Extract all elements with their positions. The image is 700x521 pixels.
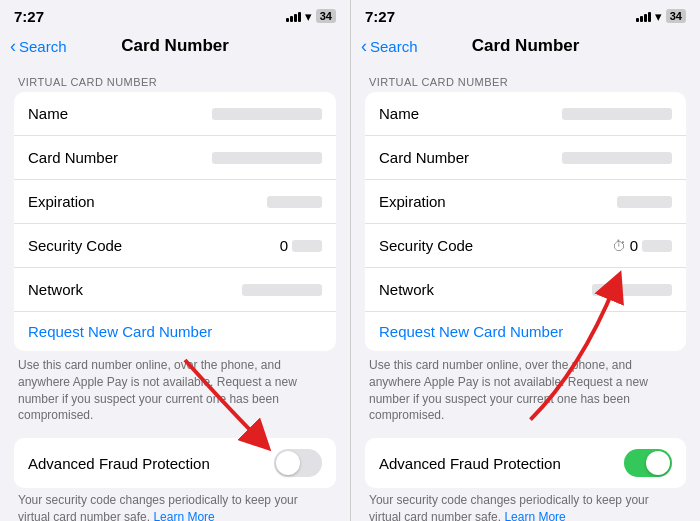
wifi-icon-right: ▾ bbox=[655, 9, 662, 24]
network-value-right bbox=[592, 284, 672, 296]
security-value-left: 0 bbox=[280, 237, 322, 254]
security-num-right: 0 bbox=[630, 237, 638, 254]
name-value-left bbox=[212, 108, 322, 120]
section-label-right: VIRTUAL CARD NUMBER bbox=[369, 76, 682, 88]
afp-desc-left: Your security code changes periodically … bbox=[14, 488, 336, 521]
network-value-left bbox=[242, 284, 322, 296]
security-value-right: ⏱ 0 bbox=[612, 237, 672, 254]
right-panel: 7:27 ▾ 34 ‹ Search Card Number VIRTUAL C… bbox=[350, 0, 700, 521]
request-link-right[interactable]: Request New Card Number bbox=[365, 312, 686, 351]
name-row-right: Name bbox=[365, 92, 686, 136]
expiration-label-right: Expiration bbox=[379, 193, 446, 210]
description-right: Use this card number online, over the ph… bbox=[365, 351, 686, 428]
learn-more-link-left[interactable]: Learn More bbox=[153, 510, 214, 521]
time-left: 7:27 bbox=[14, 8, 44, 25]
card-number-value-left bbox=[212, 152, 322, 164]
description-left: Use this card number online, over the ph… bbox=[14, 351, 336, 428]
battery-icon: 34 bbox=[316, 9, 336, 23]
network-label-left: Network bbox=[28, 281, 83, 298]
nav-bar-right: ‹ Search Card Number bbox=[351, 28, 700, 66]
back-chevron-icon: ‹ bbox=[10, 36, 16, 57]
content-left: VIRTUAL CARD NUMBER Name Card Number Exp… bbox=[0, 66, 350, 521]
status-icons-right: ▾ 34 bbox=[636, 9, 686, 24]
card-section-right: Name Card Number Expiration Security Cod… bbox=[365, 92, 686, 351]
card-section-left: Name Card Number Expiration Security Cod… bbox=[14, 92, 336, 351]
security-code-row-left: Security Code 0 bbox=[14, 224, 336, 268]
timer-icon-right: ⏱ bbox=[612, 238, 626, 254]
wifi-icon: ▾ bbox=[305, 9, 312, 24]
request-link-left[interactable]: Request New Card Number bbox=[14, 312, 336, 351]
card-number-value-right bbox=[562, 152, 672, 164]
security-code-label-left: Security Code bbox=[28, 237, 122, 254]
afp-section-right: Advanced Fraud Protection bbox=[365, 438, 686, 488]
signal-icon bbox=[286, 10, 301, 22]
back-label-right: Search bbox=[370, 38, 418, 55]
card-number-label-right: Card Number bbox=[379, 149, 469, 166]
expiration-value-left bbox=[267, 196, 322, 208]
status-bar-right: 7:27 ▾ 34 bbox=[351, 0, 700, 28]
network-row-left: Network bbox=[14, 268, 336, 312]
left-panel: 7:27 ▾ 34 ‹ Search Card Number VIRTUAL C… bbox=[0, 0, 350, 521]
expiration-row-right: Expiration bbox=[365, 180, 686, 224]
toggle-thumb-left bbox=[276, 451, 300, 475]
name-label-right: Name bbox=[379, 105, 419, 122]
expiration-label-left: Expiration bbox=[28, 193, 95, 210]
card-number-row-right: Card Number bbox=[365, 136, 686, 180]
name-row-left: Name bbox=[14, 92, 336, 136]
back-chevron-icon-right: ‹ bbox=[361, 36, 367, 57]
afp-row-left: Advanced Fraud Protection bbox=[14, 438, 336, 488]
security-code-label-right: Security Code bbox=[379, 237, 473, 254]
content-right: VIRTUAL CARD NUMBER Name Card Number Exp… bbox=[351, 66, 700, 521]
page-title-left: Card Number bbox=[121, 36, 229, 56]
toggle-thumb-right bbox=[646, 451, 670, 475]
afp-row-right: Advanced Fraud Protection bbox=[365, 438, 686, 488]
page-title-right: Card Number bbox=[472, 36, 580, 56]
security-num-left: 0 bbox=[280, 237, 288, 254]
time-right: 7:27 bbox=[365, 8, 395, 25]
security-code-row-right: Security Code ⏱ 0 bbox=[365, 224, 686, 268]
security-blurred-left bbox=[292, 240, 322, 252]
back-button-right[interactable]: ‹ Search bbox=[361, 36, 418, 57]
nav-bar-left: ‹ Search Card Number bbox=[0, 28, 350, 66]
status-icons-left: ▾ 34 bbox=[286, 9, 336, 24]
name-label-left: Name bbox=[28, 105, 68, 122]
expiration-value-right bbox=[617, 196, 672, 208]
afp-label-left: Advanced Fraud Protection bbox=[28, 455, 210, 472]
learn-more-link-right[interactable]: Learn More bbox=[504, 510, 565, 521]
network-row-right: Network bbox=[365, 268, 686, 312]
afp-toggle-right[interactable] bbox=[624, 449, 672, 477]
section-label-left: VIRTUAL CARD NUMBER bbox=[18, 76, 332, 88]
signal-icon-right bbox=[636, 10, 651, 22]
expiration-row-left: Expiration bbox=[14, 180, 336, 224]
card-number-row-left: Card Number bbox=[14, 136, 336, 180]
status-bar-left: 7:27 ▾ 34 bbox=[0, 0, 350, 28]
back-label-left: Search bbox=[19, 38, 67, 55]
network-label-right: Network bbox=[379, 281, 434, 298]
afp-desc-right: Your security code changes periodically … bbox=[365, 488, 686, 521]
security-blurred-right bbox=[642, 240, 672, 252]
afp-section-left: Advanced Fraud Protection bbox=[14, 438, 336, 488]
back-button-left[interactable]: ‹ Search bbox=[10, 36, 67, 57]
afp-label-right: Advanced Fraud Protection bbox=[379, 455, 561, 472]
name-value-right bbox=[562, 108, 672, 120]
battery-icon-right: 34 bbox=[666, 9, 686, 23]
afp-toggle-left[interactable] bbox=[274, 449, 322, 477]
card-number-label-left: Card Number bbox=[28, 149, 118, 166]
